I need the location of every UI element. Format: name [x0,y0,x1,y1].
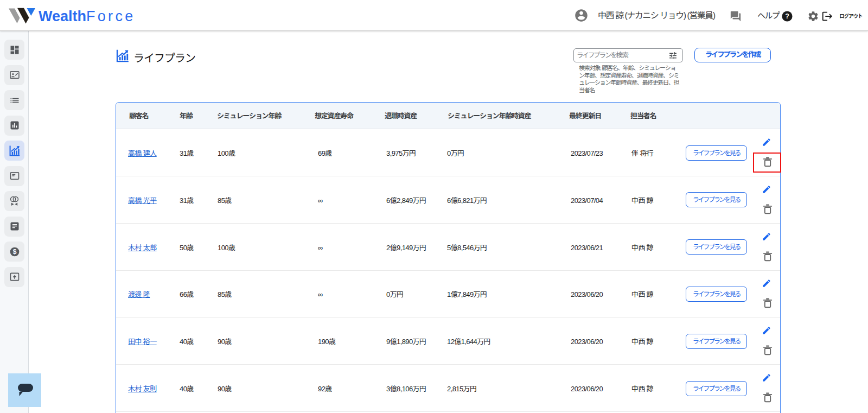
svg-text:?: ? [785,12,789,20]
svg-text:$: $ [12,248,16,256]
